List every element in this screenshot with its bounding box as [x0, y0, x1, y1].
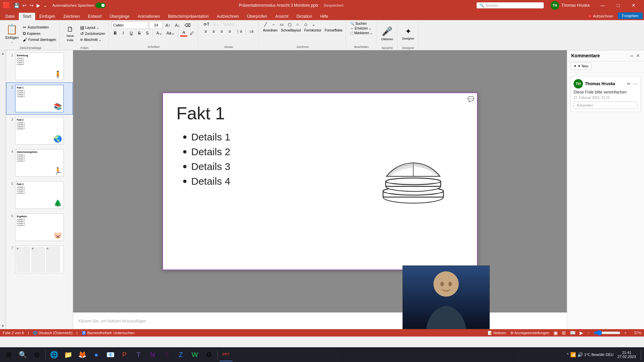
anordnen-button[interactable]: Anordnen [262, 28, 279, 33]
tab-uebergaenge[interactable]: Übergänge [106, 13, 133, 20]
settings-button[interactable]: ⚙ [202, 348, 216, 361]
taskbar-clock[interactable]: 21:41 27.02.2023 [615, 351, 639, 359]
active-app[interactable]: PPT [219, 348, 233, 361]
slide-thumb-2[interactable]: 2 Fakt 1 ● Details 1● Details 2● Details… [6, 82, 73, 115]
notes-area[interactable]: Klicken Sie, um Notizen hinzuzufügen [73, 312, 567, 329]
qa-save[interactable]: 💾 [13, 2, 20, 9]
powerpoint-button[interactable]: P [118, 348, 131, 361]
view-slide-sorter-button[interactable]: ⊞ [562, 330, 566, 336]
shape-oval[interactable]: ○ [294, 21, 301, 27]
chrome-button[interactable]: ● [90, 348, 103, 361]
font-shrink-button[interactable]: A↓ [173, 22, 182, 28]
accessibility-status[interactable]: ♿ Barrierefreiheit: Untersuchen [82, 331, 135, 335]
text-ausrichten-button[interactable]: ≡⌄ [212, 21, 221, 27]
edge-button[interactable]: 🌐 [47, 348, 61, 361]
italic-button[interactable]: I [119, 30, 127, 36]
tab-datei[interactable]: Datei [1, 13, 19, 20]
zoom-level[interactable]: 37% [631, 331, 641, 335]
minimize-button[interactable]: — [595, 0, 610, 11]
char-spacing-button[interactable]: A⌄ [155, 30, 164, 36]
textrichtung-button[interactable]: ⟳T [202, 21, 211, 27]
slide-title[interactable]: Fakt 1 [176, 103, 464, 123]
slide-thumb-7[interactable]: 7 ▤ ▤ ▤ [6, 243, 73, 276]
tab-ansicht[interactable]: Ansicht [271, 13, 292, 20]
zoom-app-button[interactable]: Z [174, 348, 187, 361]
zoom-out-button[interactable]: − [587, 331, 589, 335]
tab-hilfe[interactable]: Hilfe [316, 13, 332, 20]
teams-button[interactable]: T [132, 348, 145, 361]
align-center-button[interactable]: ≡ [210, 28, 217, 35]
shape-line[interactable]: ╱ [262, 21, 269, 27]
network-icon[interactable]: 📶 [570, 352, 576, 357]
comment-more-button[interactable]: ⋯ [633, 81, 638, 86]
new-comment-button[interactable]: ✦ ✦ Neu [571, 63, 591, 70]
line-spacing-button[interactable]: ↕≡ [248, 28, 255, 35]
font-name-input[interactable] [111, 21, 148, 29]
onenote-button[interactable]: N [146, 348, 159, 361]
tab-einfuegen[interactable]: Einfügen [35, 13, 59, 20]
formkontur-button[interactable]: Formkontur [303, 28, 323, 33]
whatsapp-button[interactable]: W [188, 348, 202, 361]
change-case-button[interactable]: Aa⌄ [165, 30, 176, 36]
aufzeichnen-button[interactable]: ⏺ Aufzeichnen [585, 13, 617, 19]
collapse-comment-button[interactable]: ‹‹ [630, 53, 633, 58]
scroll-up[interactable]: ▲ [1, 50, 5, 57]
comment-reply-box[interactable]: Antworten [574, 102, 638, 109]
bold-button[interactable]: B [111, 30, 119, 36]
language-status[interactable]: 🌐 Deutsch (Österreich) [33, 331, 72, 335]
slide-comment-icon[interactable]: 💬 [468, 96, 474, 102]
firefox-button[interactable]: 🦊 [75, 348, 89, 361]
notes-button[interactable]: 📝 Notizen [488, 331, 506, 335]
suchen-button[interactable]: 🔍Suchen [349, 21, 368, 26]
shapes-more[interactable]: ⌄ [310, 21, 317, 27]
font-grow-button[interactable]: A↑ [164, 22, 172, 28]
freigeben-button[interactable]: Freigeben [618, 12, 643, 19]
markieren-button[interactable]: ⬚Markieren ⌄ [349, 31, 374, 35]
font-color-button[interactable]: A [180, 29, 187, 37]
slide-thumb-6[interactable]: 6 Ergebnis ● Details 1● Details 2● Detai… [6, 211, 73, 243]
tab-ueberpruefen[interactable]: Überprüfen [243, 13, 271, 20]
highlight-button[interactable]: 🖊 [188, 30, 196, 36]
comment-edit-button[interactable]: ✏ [627, 81, 631, 86]
ausschneiden-button[interactable]: ✂ Ausschneiden [21, 24, 57, 30]
user-avatar[interactable]: TH [550, 1, 559, 10]
close-button[interactable]: ✕ [626, 0, 641, 11]
shape-arrow[interactable]: → [270, 21, 277, 27]
tab-start[interactable]: Start [19, 13, 35, 20]
shadow-button[interactable]: S [144, 30, 151, 36]
slide-canvas-wrap[interactable]: 💬 Fakt 1 Details 1 Details 2 Detai [73, 50, 567, 312]
designer-button[interactable]: ✦ Designer [400, 21, 416, 46]
tab-zeichnen[interactable]: Zeichnen [59, 13, 84, 20]
view-reading-button[interactable]: 📖 [570, 330, 576, 336]
tab-bildschirm[interactable]: Bildschirmpräsentation [164, 13, 213, 20]
shape-diamond[interactable]: ◇ [302, 21, 309, 27]
close-comment-button[interactable]: ✕ [636, 53, 640, 58]
scroll-down[interactable]: ▼ [1, 323, 5, 329]
kopieren-button[interactable]: ⧉ Kopieren [21, 31, 57, 37]
column-button[interactable]: ⋮≡ [234, 28, 244, 35]
zuruecksetzen-button[interactable]: ↺ Zurücksetzen [79, 31, 106, 37]
clear-format-button[interactable]: ⌫ [183, 22, 192, 28]
strikethrough-button[interactable]: S [136, 30, 143, 36]
tab-dictation[interactable]: Dictation [292, 13, 316, 20]
shape-round-rect[interactable]: ▢ [286, 21, 293, 27]
tab-entwurf[interactable]: Entwurf [84, 13, 106, 20]
smartart-button[interactable]: SmArt⌄ [221, 21, 239, 27]
align-right-button[interactable]: ≡ [218, 28, 225, 35]
shape-rect[interactable]: ▭ [278, 21, 285, 27]
schnelllayout-button[interactable]: Schnelllayout [279, 28, 302, 33]
qa-redo[interactable]: ↪ [29, 2, 35, 9]
show-desktop-button[interactable] [641, 349, 642, 360]
formeffekte-button[interactable]: Formeffekte [323, 28, 344, 33]
view-slideshow-button[interactable]: ▶ [580, 330, 583, 336]
tab-aufzeichnen[interactable]: Aufzeichnen [213, 13, 243, 20]
tab-animationen[interactable]: Animationen [133, 13, 164, 20]
justify-button[interactable]: ≡ [226, 28, 233, 35]
show-hidden-icons[interactable]: ^ [567, 352, 569, 357]
slide-thumb-5[interactable]: 5 Fakt 3 ● Details 1● Details 2● Details… [6, 179, 73, 211]
slide-canvas[interactable]: 💬 Fakt 1 Details 1 Details 2 Detai [162, 93, 478, 270]
zoom-in-button[interactable]: + [625, 331, 627, 335]
neue-folie-button[interactable]: 🗋 Neue Folie [62, 21, 78, 46]
underline-button[interactable]: U [127, 30, 135, 36]
maximize-button[interactable]: □ [610, 0, 626, 11]
